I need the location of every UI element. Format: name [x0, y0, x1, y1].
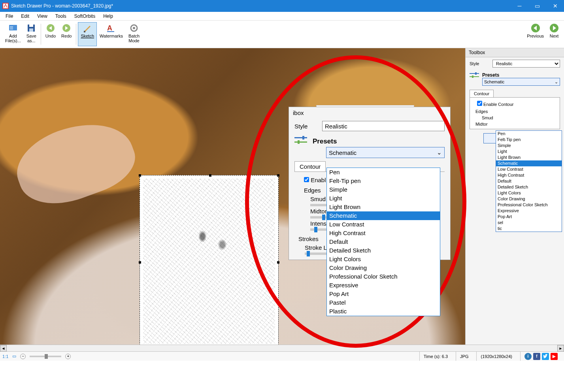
svg-rect-10	[84, 31, 85, 32]
youtube-icon[interactable]: ▶	[551, 353, 558, 360]
maximize-button[interactable]: ▭	[528, 0, 546, 12]
preset-option[interactable]: Default	[496, 178, 562, 184]
resize-handle[interactable]	[277, 261, 279, 264]
redo-icon	[62, 23, 71, 33]
preset-option[interactable]: sel	[496, 220, 562, 226]
style-select[interactable]: Realistic	[492, 60, 560, 68]
toolbox-header: Toolbox	[466, 48, 564, 57]
toolbox-panel: Toolbox Style Realistic Presets Schemati…	[465, 48, 564, 345]
save-as-button[interactable]: Save as...	[24, 22, 39, 46]
svg-rect-21	[472, 75, 473, 78]
preset-option[interactable]: Simple	[496, 143, 562, 149]
tab-contour[interactable]: Contour	[470, 90, 494, 97]
zoom-out-button[interactable]: −	[20, 354, 26, 359]
status-time: Time (s): 6.3	[419, 352, 452, 361]
smudging-label: Smud	[470, 115, 560, 121]
undo-icon	[46, 23, 55, 33]
svg-rect-3	[10, 28, 13, 28]
svg-rect-6	[29, 24, 33, 27]
ribbon-toolbar: Add File(s)... Save as... Undo Redo Sket…	[0, 21, 564, 48]
preset-option[interactable]: Low Contrast	[496, 166, 562, 172]
preset-option[interactable]: tic	[496, 226, 562, 232]
svg-rect-18	[470, 73, 479, 74]
facebook-icon[interactable]: f	[533, 353, 540, 360]
add-files-icon	[8, 23, 18, 33]
chevron-down-icon: ⌄	[555, 79, 558, 85]
zoom-slider[interactable]	[30, 356, 61, 357]
preset-option[interactable]: Felt-Tip pen	[496, 137, 562, 143]
main-area: Toolbox Style Realistic Presets Schemati…	[0, 48, 564, 345]
zoom-in-button[interactable]: +	[65, 354, 71, 359]
save-icon	[26, 23, 36, 33]
previous-icon	[531, 23, 540, 33]
menu-file[interactable]: File	[2, 13, 17, 20]
presets-combo[interactable]: Schematic ⌄	[482, 78, 560, 86]
watermarks-button[interactable]: A Watermarks	[97, 22, 126, 46]
preset-option[interactable]: Pen	[496, 131, 562, 137]
twitter-icon[interactable]	[542, 353, 549, 360]
resize-handle[interactable]	[277, 174, 279, 177]
enable-contour-checkbox[interactable]: Enable Contour	[477, 102, 514, 107]
preset-option[interactable]: Detailed Sketch	[496, 184, 562, 190]
fit-screen-icon[interactable]: ▭	[12, 354, 16, 359]
bird-sketch-icon	[355, 113, 410, 149]
statusbar: 1:1 ▭ − + Time (s): 6.3 JPG (1920x1280x2…	[0, 351, 564, 361]
svg-point-14	[133, 27, 135, 29]
midtones-label: Midtor	[470, 121, 560, 127]
menu-tools[interactable]: Tools	[51, 13, 70, 20]
minimize-button[interactable]: ─	[511, 0, 528, 12]
edges-label: Edges	[470, 108, 560, 115]
preset-option[interactable]: Light Colors	[496, 190, 562, 196]
batch-mode-button[interactable]: Batch Mode	[126, 22, 142, 46]
presets-heading: Presets	[482, 72, 560, 78]
sketch-button[interactable]: Sketch	[78, 22, 97, 46]
preset-option[interactable]: Color Drawing	[496, 196, 562, 202]
presets-dropdown[interactable]: PenFelt-Tip penSimpleLightLight BrownSch…	[496, 130, 562, 232]
close-button[interactable]: ✕	[546, 0, 564, 12]
status-format: JPG	[456, 352, 472, 361]
svg-rect-4	[10, 29, 13, 29]
preset-option[interactable]: Light Brown	[496, 155, 562, 160]
preset-option[interactable]: Light	[496, 149, 562, 155]
add-files-button[interactable]: Add File(s)...	[2, 22, 24, 46]
sketch-content	[143, 179, 275, 344]
svg-text:A: A	[107, 24, 112, 32]
scroll-left-button[interactable]: ◄	[0, 345, 7, 352]
window-title: Sketch Drawer Pro - woman-2003647_1920.j…	[11, 3, 113, 9]
menu-softorbits[interactable]: SoftOrbits	[70, 13, 99, 20]
app-icon	[2, 3, 9, 9]
menubar: File Edit View Tools SoftOrbits Help	[0, 12, 564, 21]
preset-option[interactable]: Expressive	[496, 208, 562, 214]
preset-option[interactable]: Pop Art	[496, 214, 562, 220]
menu-edit[interactable]: Edit	[17, 13, 33, 20]
preset-option[interactable]: Professional Color Sketch	[496, 202, 562, 208]
menu-help[interactable]: Help	[99, 13, 117, 20]
gear-icon	[129, 23, 139, 33]
status-dimensions: (1920x1280x24)	[476, 352, 516, 361]
canvas[interactable]	[0, 48, 465, 345]
svg-rect-12	[107, 31, 114, 32]
previous-button[interactable]: Previous	[524, 22, 547, 46]
preset-option[interactable]: High Contrast	[496, 172, 562, 178]
svg-rect-19	[475, 72, 477, 75]
scroll-right-button[interactable]: ►	[557, 345, 564, 352]
style-label: Style	[470, 61, 489, 66]
watermarks-icon: A	[106, 23, 116, 33]
svg-point-17	[399, 124, 401, 125]
next-icon	[549, 23, 559, 33]
horizontal-scrollbar[interactable]: ◄ ►	[0, 345, 564, 351]
zoom-ratio: 1:1	[2, 354, 8, 359]
preview-thumbnail	[316, 105, 414, 156]
sketch-selection[interactable]	[140, 175, 279, 345]
resize-handle[interactable]	[139, 261, 141, 264]
sketch-icon	[83, 23, 92, 33]
undo-button[interactable]: Undo	[43, 22, 58, 46]
next-button[interactable]: Next	[547, 22, 562, 46]
preset-option[interactable]: Schematic	[496, 160, 562, 166]
redo-button[interactable]: Redo	[58, 22, 74, 46]
resize-handle[interactable]	[209, 174, 211, 177]
info-icon[interactable]: i	[524, 353, 532, 360]
svg-rect-7	[29, 28, 33, 32]
menu-view[interactable]: View	[33, 13, 51, 20]
sliders-icon	[470, 72, 479, 79]
